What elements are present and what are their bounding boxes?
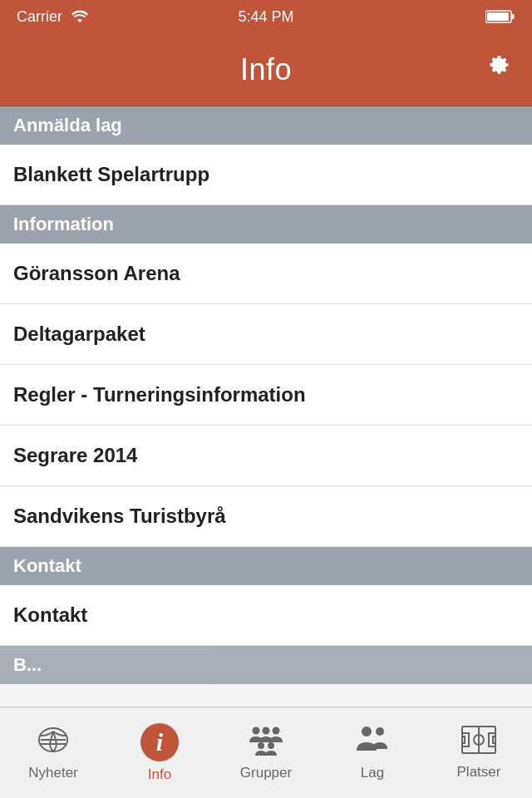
svg-point-11 bbox=[362, 727, 372, 736]
list-item-segrare[interactable]: Segrare 2014 bbox=[0, 426, 532, 486]
nyheter-icon bbox=[37, 724, 69, 760]
svg-point-12 bbox=[376, 727, 384, 736]
svg-rect-1 bbox=[512, 14, 515, 19]
section-header-partial: B... bbox=[0, 646, 532, 684]
section-header-kontakt: Kontakt bbox=[0, 547, 532, 585]
platser-label: Platser bbox=[457, 764, 501, 781]
svg-point-9 bbox=[258, 742, 264, 749]
platser-icon bbox=[461, 725, 497, 759]
info-icon: i bbox=[140, 723, 179, 761]
svg-rect-19 bbox=[493, 736, 495, 743]
nav-bar: Info bbox=[0, 33, 532, 106]
list-item-blankett[interactable]: Blankett Spelartrupp bbox=[0, 145, 532, 205]
tab-platser[interactable]: Platser bbox=[426, 707, 532, 798]
tab-lag[interactable]: Lag bbox=[319, 707, 426, 798]
list-item-goransson[interactable]: Göransson Arena bbox=[0, 244, 532, 304]
time-label: 5:44 PM bbox=[238, 8, 293, 26]
list-item-turistbyra[interactable]: Sandvikens Turistbyrå bbox=[0, 486, 532, 547]
battery-icon bbox=[485, 9, 515, 24]
section-header-information: Information bbox=[0, 205, 532, 244]
svg-point-8 bbox=[273, 727, 280, 735]
tab-nyheter[interactable]: Nyheter bbox=[0, 707, 106, 798]
tab-bar: Nyheter i Info Grupper bbox=[0, 707, 532, 798]
list-item-kontakt[interactable]: Kontakt bbox=[0, 585, 532, 646]
status-left: Carrier bbox=[17, 8, 89, 26]
status-right bbox=[485, 9, 515, 24]
list-item-deltagarpaket[interactable]: Deltagarpaket bbox=[0, 304, 532, 365]
grupper-label: Grupper bbox=[240, 765, 292, 781]
nyheter-label: Nyheter bbox=[28, 765, 78, 781]
svg-point-6 bbox=[253, 727, 260, 735]
svg-rect-18 bbox=[462, 736, 465, 743]
settings-button[interactable] bbox=[484, 52, 512, 87]
lag-icon bbox=[354, 724, 391, 760]
list-item-regler[interactable]: Regler - Turneringsinformation bbox=[0, 365, 532, 426]
svg-point-7 bbox=[263, 727, 270, 735]
info-label: Info bbox=[148, 766, 171, 783]
svg-point-10 bbox=[268, 742, 274, 749]
tab-grupper[interactable]: Grupper bbox=[213, 707, 319, 798]
svg-rect-2 bbox=[487, 12, 509, 21]
carrier-label: Carrier bbox=[17, 8, 62, 26]
wifi-status-icon bbox=[71, 10, 89, 23]
grupper-icon bbox=[248, 724, 284, 760]
nav-title: Info bbox=[240, 52, 292, 87]
status-bar: Carrier 5:44 PM bbox=[0, 0, 532, 33]
tab-info[interactable]: i Info bbox=[106, 707, 213, 798]
main-content: Anmälda lag Blankett Spelartrupp Informa… bbox=[0, 106, 532, 707]
section-header-anmalda: Anmälda lag bbox=[0, 106, 532, 145]
lag-label: Lag bbox=[361, 765, 384, 781]
